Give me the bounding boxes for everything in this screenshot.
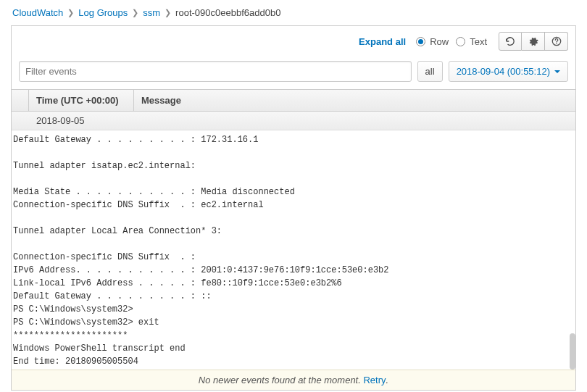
chevron-right-icon: ❯ [132,8,138,17]
scrollbar-thumb[interactable] [570,333,575,370]
text-label: Text [470,36,487,47]
log-line [13,212,574,225]
all-filter-button[interactable]: all [417,61,443,82]
refresh-button[interactable] [499,32,522,51]
footer-text: No newer events found at the moment. [199,375,364,385]
action-buttons [499,32,568,51]
log-line: PS C:\Windows\system32> [13,303,574,316]
help-icon [551,36,562,46]
log-line: Windows PowerShell transcript end [13,342,574,355]
log-line: Tunnel adapter Local Area Connection* 3: [13,225,574,238]
help-button[interactable] [545,32,568,51]
settings-button[interactable] [522,32,545,51]
breadcrumb: CloudWatch ❯ Log Groups ❯ ssm ❯ root-090… [11,6,576,25]
breadcrumb-current: root-090c0eebbf6add0b0 [175,7,280,18]
time-column-header: Time (UTC +00:00) [29,90,134,112]
log-line: Connection-specific DNS Suffix . : ec2.i… [13,199,574,212]
date-group-row: 2018-09-05 [12,112,575,130]
log-line [13,146,574,159]
log-line: Connection-specific DNS Suffix . : [13,251,574,264]
date-range-button[interactable]: 2018-09-04 (00:55:12) [449,61,568,82]
gear-icon [528,36,538,46]
log-body[interactable]: Default Gateway . . . . . . . . . : 172.… [12,130,575,370]
retry-link[interactable]: Retry [363,375,386,385]
footer-message: No newer events found at the moment. Ret… [12,370,575,390]
breadcrumb-cloudwatch[interactable]: CloudWatch [12,7,63,18]
radio-row-icon [416,37,425,46]
log-line [13,172,574,185]
log-line: Tunnel adapter isatap.ec2.internal: [13,159,574,172]
log-line: Link-local IPv6 Address . . . . . : fe80… [13,277,574,290]
breadcrumb-ssm[interactable]: ssm [143,7,160,18]
log-line: Default Gateway . . . . . . . . . : :: [13,290,574,303]
table-header: Time (UTC +00:00) Message [12,89,575,112]
log-panel: Expand all Row Text all 2018-09-04 (00:5… [11,25,576,391]
radio-text-icon [456,37,465,46]
filter-events-input[interactable] [19,61,412,82]
filter-row: all 2018-09-04 (00:55:12) [12,57,575,89]
message-column-header: Message [134,90,575,112]
breadcrumb-loggroups[interactable]: Log Groups [78,7,128,18]
refresh-icon [505,36,515,46]
view-mode-row[interactable]: Row [416,36,449,47]
log-line: IPv6 Address. . . . . . . . . . . : 2001… [13,264,574,277]
chevron-right-icon: ❯ [67,8,74,17]
caret-down-icon [554,70,560,73]
log-line: Default Gateway . . . . . . . . . : 172.… [13,133,574,146]
expand-all-link[interactable]: Expand all [359,36,406,47]
date-range-label: 2018-09-04 (00:55:12) [457,66,550,77]
row-label: Row [430,36,449,47]
log-line: ********************** [13,329,574,342]
log-line [13,238,574,251]
log-line: PS C:\Windows\system32> exit [13,316,574,329]
log-line: ********************** [13,368,574,370]
expand-column-header [12,90,29,112]
log-line: Media State . . . . . . . . . . . : Medi… [13,185,574,199]
chevron-right-icon: ❯ [165,8,171,17]
view-mode-text[interactable]: Text [456,36,487,47]
log-line: End time: 20180905005504 [13,355,574,368]
toolbar: Expand all Row Text [12,26,575,57]
